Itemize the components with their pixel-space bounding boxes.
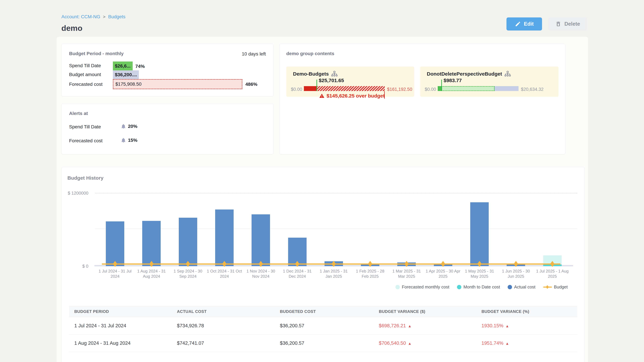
content-panel: Budget Period - monthly 10 days left Spe… xyxy=(56,36,588,362)
legend-item[interactable]: Actual cost xyxy=(508,284,535,290)
col-budget-variance-pct: BUDGET VARIANCE (%) xyxy=(476,309,577,314)
x-axis-label: 1 May 2025 - 31 May 2025 xyxy=(462,269,497,279)
legend-dot-icon xyxy=(508,285,512,289)
hierarchy-icon xyxy=(331,70,338,77)
group-contents-heading: demo group contents xyxy=(286,51,334,56)
breadcrumb-account-link[interactable]: Account: CCM-NG xyxy=(62,14,100,19)
cell-budgeted-cost: $36,200.57 xyxy=(275,340,374,346)
cell-budget-period: 1 Jul 2024 - 31 Jul 2024 xyxy=(69,323,172,329)
forecasted-cost-label: Forecasted cost xyxy=(69,82,102,87)
cell-actual-cost: $742,741.07 xyxy=(172,340,275,346)
budget-usage-bar xyxy=(438,86,518,91)
alert-spend-value-row: 20% xyxy=(120,123,137,129)
trash-icon xyxy=(555,21,561,27)
alert-spend-label: Spend Till Date xyxy=(69,124,101,130)
group-budget-name: DonotDeletePerspectiveBudget xyxy=(427,70,511,77)
bar-min-label: $0.00 xyxy=(286,87,302,92)
delete-button-label: Delete xyxy=(564,21,580,27)
legend-item[interactable]: Forecasted monthly cost xyxy=(396,284,449,290)
budget-history-table: BUDGET PERIOD ACTUAL COST BUDGETED COST … xyxy=(69,306,577,352)
budget-usage-bar xyxy=(304,86,385,91)
spend-till-date-bar: $26,6... xyxy=(113,61,133,70)
spend-marker-line xyxy=(316,80,317,91)
table-header-row: BUDGET PERIOD ACTUAL COST BUDGETED COST … xyxy=(69,306,577,317)
cell-variance-usd: $698,726.21▲ xyxy=(374,323,476,329)
budget-amount-label: Budget amount xyxy=(69,72,101,77)
table-divider xyxy=(69,352,577,352)
gridline xyxy=(95,229,577,229)
bar-actual-cost[interactable] xyxy=(215,210,234,266)
arrow-up-icon: ▲ xyxy=(408,324,412,328)
delete-button[interactable]: Delete xyxy=(548,17,587,30)
spend-till-date-value: $26,6... xyxy=(115,63,130,69)
budget-amount-value: $36,200.... xyxy=(115,72,137,77)
gridline xyxy=(95,193,577,193)
hierarchy-icon xyxy=(504,70,511,77)
budget-period-heading: Budget Period - monthly xyxy=(69,51,124,56)
cell-budget-period: 1 Aug 2024 - 31 Aug 2024 xyxy=(69,340,172,346)
x-axis-label: 1 Aug 2024 - 31 Aug 2024 xyxy=(134,269,169,279)
group-budget-name-label: Demo-Budgets xyxy=(293,71,329,77)
edit-button-label: Edit xyxy=(524,21,534,27)
x-axis-label: 1 Dec 2024 - 31 Dec 2024 xyxy=(280,269,315,279)
budget-detail-page: Account: CCM-NG > Budgets demo Edit Dele… xyxy=(0,0,644,362)
bar-actual-cost[interactable] xyxy=(142,221,161,266)
x-axis-label: 1 Feb 2025 - 28 Feb 2025 xyxy=(352,269,388,279)
breadcrumb-budgets-link[interactable]: Budgets xyxy=(108,14,126,19)
cell-variance-usd: $706,540.50▲ xyxy=(374,340,476,346)
col-actual-cost: ACTUAL COST xyxy=(172,309,275,314)
x-axis-label: 1 Mar 2025 - 31 Mar 2025 xyxy=(389,269,424,279)
alert-forecast-label: Forecasted cost xyxy=(69,138,102,143)
legend-dot-icon xyxy=(457,285,461,289)
edit-button[interactable]: Edit xyxy=(506,17,542,30)
forecasted-cost-percent: 486% xyxy=(245,82,258,87)
arrow-up-icon: ▲ xyxy=(506,324,509,328)
group-budget-item[interactable]: Demo-Budgets$0.00$25,701.65$161,192.50$1… xyxy=(286,66,414,97)
legend-item[interactable]: Budget xyxy=(543,284,568,290)
forecasted-cost-bar: $175,908.50 xyxy=(113,79,242,89)
breadcrumb: Account: CCM-NG > Budgets xyxy=(62,14,126,19)
x-axis-label: 1 Sep 2024 - 30 Sep 2024 xyxy=(170,269,206,279)
group-contents-card: demo group contents Demo-Budgets$0.00$25… xyxy=(280,44,565,154)
bar-actual-cost[interactable] xyxy=(252,214,270,266)
bar-actual-cost[interactable] xyxy=(106,221,124,266)
alert-spend-value: 20% xyxy=(128,124,137,129)
page-title: demo xyxy=(62,23,82,33)
arrow-up-icon: ▲ xyxy=(408,341,412,346)
legend-label: Budget xyxy=(554,284,568,290)
budget-amount-bar: $36,200.... xyxy=(113,70,139,79)
table-row[interactable]: 1 Aug 2024 - 31 Aug 2024$742,741.07$36,2… xyxy=(69,334,577,352)
x-axis-label: 1 Jun 2025 - 30 Jun 2025 xyxy=(498,269,534,279)
bar-actual-cost[interactable] xyxy=(470,202,489,266)
days-left-label: 10 days left xyxy=(242,51,266,57)
group-budget-item[interactable]: DonotDeletePerspectiveBudget$0.00$983.77… xyxy=(420,66,558,97)
x-axis-label: 1 Jul 2024 - 31 Jul 2024 xyxy=(98,269,133,279)
legend-dot-icon xyxy=(396,285,400,289)
spend-till-date-label: Spend Till Date xyxy=(69,63,101,68)
budget-period-card: Budget Period - monthly 10 days left Spe… xyxy=(62,44,274,96)
legend-label: Actual cost xyxy=(514,284,535,290)
budget-line xyxy=(102,264,560,265)
group-budget-name-label: DonotDeletePerspectiveBudget xyxy=(427,71,502,77)
alerts-heading: Alerts at xyxy=(69,111,88,116)
alerts-card: Alerts at Spend Till Date 20% Forecasted… xyxy=(62,104,274,154)
bell-icon xyxy=(120,137,126,143)
table-body: 1 Jul 2024 - 31 Jul 2024$734,926.78$36,2… xyxy=(69,317,577,352)
warning-icon xyxy=(319,93,324,98)
chart-legend: Forecasted monthly costMonth to Date cos… xyxy=(396,284,568,290)
budget-history-card: Budget History $ 1200000 $ 0 1 Jul 2024 … xyxy=(62,167,585,362)
cell-budgeted-cost: $36,200.57 xyxy=(275,323,374,329)
spent-segment xyxy=(304,86,317,91)
legend-item[interactable]: Month to Date cost xyxy=(457,284,500,290)
remaining-segment xyxy=(494,86,518,91)
bar-max-label: $161,192.50 xyxy=(387,87,412,92)
bar-actual-cost[interactable] xyxy=(179,218,197,266)
cell-variance-pct: 1930.15%▲ xyxy=(476,323,577,329)
table-row[interactable]: 1 Jul 2024 - 31 Jul 2024$734,926.78$36,2… xyxy=(69,317,577,334)
x-axis-label: 1 Apr 2025 - 30 Apr 2025 xyxy=(426,269,461,279)
breadcrumb-separator-icon: > xyxy=(103,14,106,19)
chart-title: Budget History xyxy=(68,175,104,181)
bell-icon xyxy=(120,123,126,129)
col-budget-variance-usd: BUDGET VARIANCE ($) xyxy=(374,309,476,314)
x-axis-label: 1 Oct 2024 - 31 Oct 2024 xyxy=(207,269,242,279)
